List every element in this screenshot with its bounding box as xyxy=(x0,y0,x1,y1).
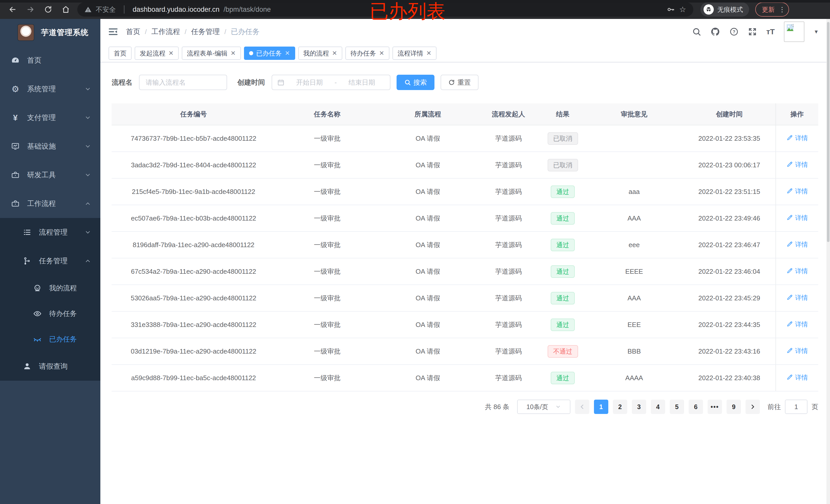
tab-0[interactable]: 首页 ✕ xyxy=(108,46,132,60)
sidebar-collapse-icon[interactable] xyxy=(100,27,126,37)
task-name-cell: 一级审批 xyxy=(276,232,379,258)
browser-forward-icon[interactable] xyxy=(26,5,35,14)
close-icon[interactable]: ✕ xyxy=(230,50,235,56)
avatar[interactable] xyxy=(784,22,804,42)
sidebar-item-2[interactable]: ¥ 支付管理 xyxy=(0,103,100,132)
process-cell: OA 请假 xyxy=(379,178,477,205)
task-name-cell: 一级审批 xyxy=(276,258,379,285)
browser-back-icon[interactable] xyxy=(8,5,17,14)
detail-link[interactable]: 详情 xyxy=(787,134,808,142)
close-icon[interactable]: ✕ xyxy=(379,50,384,56)
sidebar-item-1[interactable]: ⚙ 系统管理 xyxy=(0,75,100,103)
sidebar-item-0[interactable]: 首页 xyxy=(0,46,100,75)
sidebar-item-4[interactable]: 研发工具 xyxy=(0,161,100,189)
bookmark-star-icon[interactable]: ☆ xyxy=(679,6,686,13)
action-cell: 详情 xyxy=(776,258,818,285)
task-id-cell: 67c534a2-7b9a-11ec-a290-acde48001122 xyxy=(111,258,276,285)
sidebar-item-11[interactable]: 请假查询 xyxy=(0,352,100,381)
status-badge: 通过 xyxy=(551,186,575,198)
detail-link[interactable]: 详情 xyxy=(787,320,808,329)
page-button-3[interactable]: 3 xyxy=(632,400,646,414)
breadcrumb-workflow[interactable]: 工作流程 xyxy=(151,27,180,37)
github-icon[interactable] xyxy=(710,27,720,37)
close-icon[interactable]: ✕ xyxy=(285,50,290,56)
page-button-1[interactable]: 1 xyxy=(594,400,608,414)
detail-link[interactable]: 详情 xyxy=(787,187,808,196)
time-cell: 2022-01-22 23:40:38 xyxy=(683,365,776,391)
process-cell: OA 请假 xyxy=(379,285,477,311)
browser-chrome: 不安全 dashboard.yudao.iocoder.cn/bpm/task/… xyxy=(0,0,830,19)
robot-icon xyxy=(33,284,42,293)
url-bar[interactable]: 不安全 dashboard.yudao.iocoder.cn/bpm/task/… xyxy=(77,2,693,16)
table-row: a59c9d88-7b99-11ec-ba5c-acde48001122 一级审… xyxy=(111,365,818,391)
tab-1[interactable]: 发起流程 ✕ xyxy=(135,46,179,60)
detail-link[interactable]: 详情 xyxy=(787,294,808,302)
close-icon[interactable]: ✕ xyxy=(426,50,432,56)
sidebar-item-10[interactable]: 已办任务 xyxy=(0,327,100,352)
page-button-9[interactable]: 9 xyxy=(727,400,741,414)
table-header-cell: 结果 xyxy=(540,103,585,125)
detail-link[interactable]: 详情 xyxy=(787,373,808,382)
goto-page-input[interactable] xyxy=(785,400,807,414)
next-page-button[interactable] xyxy=(745,400,760,414)
process-cell: OA 请假 xyxy=(379,258,477,285)
font-size-icon[interactable]: тT xyxy=(766,27,775,36)
page-button-2[interactable]: 2 xyxy=(613,400,627,414)
toolbox-icon xyxy=(11,171,20,179)
detail-link[interactable]: 详情 xyxy=(787,347,808,355)
search-button[interactable]: 搜索 xyxy=(396,75,435,90)
url-host: dashboard.yudao.iocoder.cn xyxy=(133,6,219,13)
browser-reload-icon[interactable] xyxy=(44,5,52,13)
breadcrumb-home[interactable]: 首页 xyxy=(126,27,140,37)
chevron-icon xyxy=(85,114,91,121)
page-button-5[interactable]: 5 xyxy=(670,400,684,414)
app-logo[interactable]: 芋道管理系统 xyxy=(0,19,100,46)
dashboard-icon xyxy=(11,56,20,65)
date-range-picker[interactable]: 开始日期 - 结束日期 xyxy=(272,75,390,90)
page-button-6[interactable]: 6 xyxy=(689,400,703,414)
browser-update-button[interactable]: 更新 ⋮ xyxy=(755,2,789,16)
breadcrumb-task-mgmt[interactable]: 任务管理 xyxy=(191,27,220,37)
incognito-icon xyxy=(704,4,714,14)
tab-4[interactable]: 我的流程 ✕ xyxy=(298,46,342,60)
page-scrollbar[interactable] xyxy=(826,19,830,504)
fullscreen-icon[interactable] xyxy=(748,27,757,36)
tab-6[interactable]: 流程详情 ✕ xyxy=(392,46,437,60)
help-icon[interactable]: ? xyxy=(729,27,739,36)
task-name-cell: 一级审批 xyxy=(276,125,379,152)
detail-link[interactable]: 详情 xyxy=(787,240,808,249)
tab-3[interactable]: 已办任务 ✕ xyxy=(244,46,295,60)
tab-2[interactable]: 流程表单-编辑 ✕ xyxy=(182,46,241,60)
sidebar-item-7[interactable]: 任务管理 xyxy=(0,247,100,275)
prev-page-button[interactable] xyxy=(575,400,589,414)
more-pages-button[interactable]: ••• xyxy=(708,400,722,414)
sidebar-item-8[interactable]: 我的流程 xyxy=(0,275,100,301)
starter-cell: 芋道源码 xyxy=(477,205,540,232)
action-cell: 详情 xyxy=(776,205,818,232)
detail-link[interactable]: 详情 xyxy=(787,160,808,169)
search-icon[interactable] xyxy=(692,27,701,36)
sidebar-item-5[interactable]: 工作流程 xyxy=(0,189,100,218)
tab-5[interactable]: 待办任务 ✕ xyxy=(345,46,389,60)
detail-link[interactable]: 详情 xyxy=(787,214,808,222)
task-name-cell: 一级审批 xyxy=(276,311,379,338)
process-name-input[interactable] xyxy=(139,75,227,90)
close-icon[interactable]: ✕ xyxy=(332,50,337,56)
reset-button[interactable]: 重置 xyxy=(441,75,478,90)
scrollbar-thumb[interactable] xyxy=(827,22,829,242)
browser-menu-icon[interactable]: ⋮ xyxy=(779,6,786,13)
detail-link[interactable]: 详情 xyxy=(787,267,808,275)
sidebar-item-9[interactable]: 待办任务 xyxy=(0,301,100,327)
process-cell: OA 请假 xyxy=(379,338,477,365)
browser-home-icon[interactable] xyxy=(61,5,70,14)
sidebar-item-6[interactable]: 流程管理 xyxy=(0,218,100,247)
avatar-caret-icon[interactable]: ▼ xyxy=(813,29,819,35)
password-key-icon[interactable] xyxy=(666,5,675,14)
task-id-cell: 53026aa5-7b9a-11ec-a290-acde48001122 xyxy=(111,285,276,311)
table-header-cell: 创建时间 xyxy=(683,103,776,125)
page-size-select[interactable]: 10条/页 xyxy=(517,400,570,414)
page-button-4[interactable]: 4 xyxy=(651,400,665,414)
close-icon[interactable]: ✕ xyxy=(168,50,173,56)
sidebar-item-3[interactable]: 基础设施 xyxy=(0,132,100,161)
table-header-cell: 所属流程 xyxy=(379,103,477,125)
